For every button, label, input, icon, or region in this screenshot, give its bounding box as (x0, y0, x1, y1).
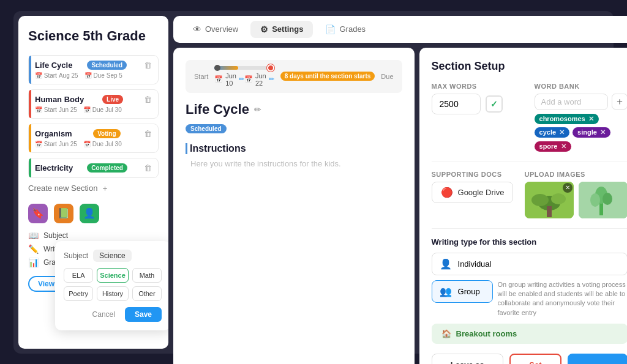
edit-due-icon[interactable]: ✏ (269, 75, 274, 83)
due-date: 📅 Due Sep 5 (84, 72, 122, 79)
set-live-button[interactable]: Set Live (509, 354, 561, 364)
delete-section-icon[interactable]: 🗑 (144, 129, 152, 138)
due-date: 📅 Due Jul 30 (83, 141, 122, 147)
gear-icon: ⚙ (260, 24, 268, 34)
start-date-val: 📅 Jun 10 ✏ (214, 72, 244, 87)
tab-settings[interactable]: ⚙ Settings (250, 21, 313, 38)
upload-images-col: Upload Images ✕ (525, 171, 627, 218)
progress-bar-wrap: 📅 Jun 10 ✏ 📅 Jun 22 ✏ (214, 66, 274, 87)
writing-type-label: Writing type for this section (432, 237, 627, 247)
breakout-rooms-button[interactable]: 🏠 Breakout rooms (432, 324, 627, 344)
create-section-label: Create new Section (28, 184, 97, 193)
due-date-val: 📅 Jun 22 ✏ (244, 72, 274, 87)
bottom-icons: 🔖 📗 👤 (28, 204, 159, 223)
tab-overview[interactable]: 👁 Overview (183, 21, 248, 38)
instructions-panel: Start 📅 Jun 10 ✏ (173, 48, 415, 365)
google-drive-button[interactable]: 🔴 Google Drive (432, 182, 514, 203)
card-accent (29, 124, 31, 152)
subject-label: Subject (43, 231, 68, 240)
tab-grades-label: Grades (339, 24, 366, 34)
check-icon: ✓ (486, 95, 503, 113)
subject-option-poetry[interactable]: Poetry (64, 286, 93, 301)
edit-title-icon[interactable]: ✏ (254, 105, 261, 114)
group-description: On group writing activities a voting pro… (498, 280, 627, 318)
tag-cycle: cycle✕ (535, 127, 570, 138)
delete-section-icon[interactable]: 🗑 (144, 61, 152, 70)
delete-section-icon[interactable]: 🗑 (144, 95, 152, 104)
svg-rect-4 (547, 206, 552, 217)
svg-point-3 (551, 193, 566, 204)
progress-bar-container: Start 📅 Jun 10 ✏ (186, 60, 402, 93)
word-bank-placeholder: Add a word (541, 97, 582, 106)
group-icon: 👥 (440, 286, 452, 297)
drive-icon: 🔴 (441, 187, 453, 198)
tag-single: single✕ (573, 127, 610, 138)
section-card-lifecycle[interactable]: Life Cycle Scheduled 🗑 📅 Start Aug 25 📅 … (28, 55, 159, 84)
leave-as-draft-button[interactable]: Leave as Draft (432, 354, 504, 364)
upload-images-label: Upload Images (525, 171, 627, 178)
schedule-button[interactable]: Schedule (568, 354, 627, 364)
edit-start-icon[interactable]: ✏ (239, 75, 244, 83)
due-date: 📅 Due Jul 30 (83, 106, 122, 113)
section-setup-panel: Section Setup Max words ✓ Word bank (419, 48, 627, 365)
dropdown-cancel-button[interactable]: Cancel (88, 307, 120, 322)
delete-section-icon[interactable]: 🗑 (144, 163, 152, 173)
bottom-action-row: Leave as Draft Set Live Schedule (432, 354, 627, 364)
user-icon[interactable]: 👤 (80, 204, 99, 223)
setup-title: Section Setup (432, 60, 627, 73)
grading-icon: 📊 (28, 258, 39, 267)
remove-tag-chromosomes[interactable]: ✕ (588, 115, 594, 123)
writing-option-group[interactable]: 👥 Group (432, 280, 493, 303)
breakout-icon: 🏠 (441, 329, 451, 338)
section-card-humanbody[interactable]: Human Body Live 🗑 📅 Start Jun 25 📅 Due J… (28, 89, 159, 119)
right-area: 👁 Overview ⚙ Settings 📄 Grades Start (173, 16, 627, 349)
image-thumb-2[interactable] (579, 182, 627, 218)
group-label: Group (458, 287, 480, 296)
section-badge: Completed (87, 163, 127, 173)
remove-tag-single[interactable]: ✕ (600, 128, 606, 136)
subject-option-history[interactable]: History (97, 286, 129, 301)
due-label: Due (381, 73, 393, 80)
bookmark-icon[interactable]: 🔖 (28, 204, 48, 223)
left-panel: Science 5th Grade Life Cycle Scheduled 🗑… (18, 16, 168, 349)
dropdown-subject-value: Science (93, 250, 132, 262)
subject-option-science[interactable]: Science (97, 268, 129, 283)
start-date: 📅 Start Jun 25 (35, 106, 77, 113)
section-card-electricity[interactable]: Electricity Completed 🗑 (28, 158, 159, 178)
upload-images-area: ✕ (525, 182, 627, 218)
supporting-docs-label: Supporting docs (432, 171, 515, 178)
create-section-button[interactable]: Create new Section ＋ (28, 183, 159, 194)
app-title: Science 5th Grade (28, 28, 159, 44)
subject-option-math[interactable]: Math (132, 268, 162, 283)
writing-type-options: 👤 Individual 👥 Group On group writing ac… (432, 253, 627, 318)
subject-option-other[interactable]: Other (132, 286, 162, 301)
subject-icon: 📖 (28, 231, 39, 240)
dropdown-save-button[interactable]: Save (125, 307, 162, 322)
tab-grades[interactable]: 📄 Grades (315, 21, 375, 38)
assignment-badge: Scheduled (186, 124, 227, 133)
progress-end-dot (267, 64, 274, 72)
remove-tag-spore[interactable]: ✕ (561, 143, 566, 150)
instructions-placeholder[interactable]: Here you write the instructions for the … (190, 159, 402, 168)
remove-image-1[interactable]: ✕ (563, 183, 573, 193)
remove-tag-cycle[interactable]: ✕ (559, 128, 565, 136)
word-bank-col: Word bank Add a word ＋ chromosomes✕ cycl… (535, 83, 627, 152)
start-date: 📅 Start Aug 25 (35, 72, 78, 79)
section-card-organism[interactable]: Organism Voting 🗑 📅 Start Jun 25 📅 Due J… (28, 124, 159, 153)
writing-option-individual[interactable]: 👤 Individual (432, 253, 627, 275)
add-icon: ＋ (101, 183, 109, 194)
card-accent (29, 158, 31, 177)
card-accent (29, 90, 31, 118)
add-word-button[interactable]: ＋ (612, 94, 627, 110)
supporting-docs-col: Supporting docs 🔴 Google Drive (432, 171, 515, 203)
book-icon[interactable]: 📗 (54, 204, 73, 223)
instructions-heading: Instructions (186, 143, 402, 154)
image-thumb-1[interactable]: ✕ (525, 182, 574, 218)
tab-settings-label: Settings (272, 24, 303, 34)
individual-label: Individual (458, 259, 492, 269)
section-name: Life Cycle (35, 61, 72, 70)
svg-point-2 (531, 194, 549, 206)
assignment-title: Life Cycle (186, 102, 249, 117)
subject-option-ela[interactable]: ELA (64, 268, 93, 283)
max-words-input[interactable] (432, 94, 481, 114)
